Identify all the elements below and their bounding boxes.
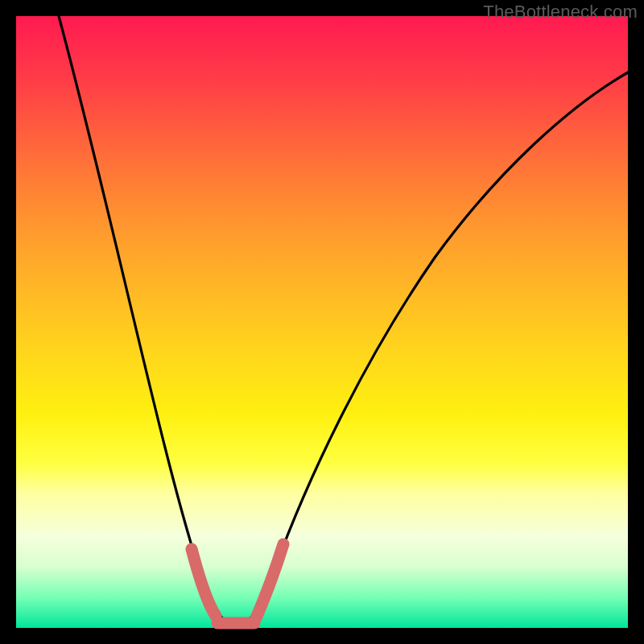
- valley-marker-right: [256, 544, 283, 618]
- curve-path: [59, 16, 628, 624]
- plot-area: [16, 16, 628, 628]
- bottleneck-curve: [16, 16, 628, 628]
- watermark-text: TheBottleneck.com: [483, 2, 638, 23]
- chart-frame: TheBottleneck.com: [0, 0, 644, 644]
- valley-marker-left: [192, 549, 216, 616]
